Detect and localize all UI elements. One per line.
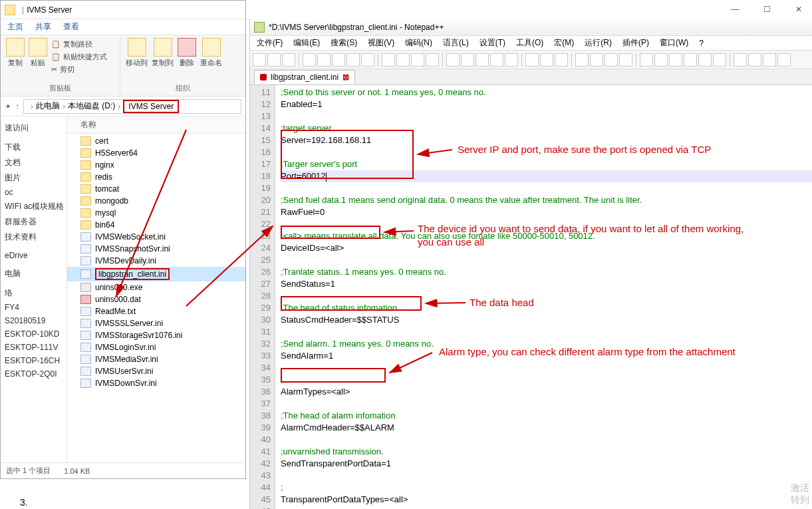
nav-item[interactable]: 文档 <box>3 155 64 170</box>
nav-item[interactable]: 群服务器 <box>3 214 64 230</box>
moveto-button[interactable]: 移动到 <box>126 38 148 68</box>
code-line[interactable]: SendTransparentPortData=1 <box>281 458 812 470</box>
file-item[interactable]: bin64 <box>67 219 245 231</box>
file-item[interactable]: mysql <box>67 207 245 219</box>
nav-item[interactable]: 络 <box>3 285 64 301</box>
toolbar-button[interactable] <box>555 53 568 67</box>
nav-item[interactable]: 技术资料 <box>3 230 64 245</box>
toolbar-button[interactable] <box>461 53 474 67</box>
outer-close-button[interactable]: ✕ <box>785 3 812 16</box>
toolbar-button[interactable] <box>698 53 712 67</box>
menu-item[interactable]: 窗口(W) <box>656 36 692 50</box>
toolbar-button[interactable] <box>619 53 632 67</box>
toolbar-button[interactable] <box>734 53 747 67</box>
code-line[interactable] <box>281 434 812 446</box>
rename-button[interactable]: 重命名 <box>200 38 222 68</box>
file-item[interactable]: IVMSWebSocket.ini <box>67 231 245 243</box>
nav-item[interactable]: ESKTOP-10KD <box>3 327 64 341</box>
nav-item[interactable]: 图片 <box>3 170 64 186</box>
menu-item[interactable]: 运行(R) <box>581 36 616 50</box>
toolbar-button[interactable] <box>748 53 761 67</box>
toolbar-button[interactable] <box>411 53 424 67</box>
toolbar-button[interactable] <box>590 53 603 67</box>
ribbon-tab-home[interactable]: 主页 <box>7 21 23 33</box>
file-item[interactable]: IVMSSSLServer.ini <box>67 317 245 329</box>
code-line[interactable]: ;unvarnished transmission. <box>281 446 812 458</box>
code-line[interactable] <box>281 218 812 230</box>
file-item[interactable]: IVMSUserSvr.ini <box>67 365 245 377</box>
nav-item[interactable]: FY4 <box>3 301 64 314</box>
copy-path-button[interactable]: 📋 复制路径 <box>51 39 107 49</box>
code-line[interactable] <box>281 146 812 158</box>
breadcrumb[interactable]: › 此电脑 › 本地磁盘 (D:) › IVMS Server <box>23 99 241 114</box>
toolbar-button[interactable] <box>426 53 439 67</box>
code-area[interactable]: ;Send to this server or not. 1 means yes… <box>275 85 812 509</box>
toolbar-button[interactable] <box>332 53 345 67</box>
menu-item[interactable]: ? <box>695 37 708 49</box>
file-item[interactable]: IVMSDevDaily.ini <box>67 255 245 267</box>
toolbar-button[interactable] <box>669 53 682 67</box>
code-line[interactable]: ;Targer server's port <box>281 158 812 170</box>
file-item[interactable]: IVMSLoginSvr.ini <box>67 341 245 353</box>
code-line[interactable]: SendAlarm=1 <box>281 350 812 362</box>
toolbar-button[interactable] <box>346 53 360 67</box>
npp-editor[interactable]: 1112131415161718192021222324252627282930… <box>250 85 812 509</box>
toolbar-button[interactable] <box>525 53 539 67</box>
code-line[interactable]: SendStatus=1 <box>281 278 812 290</box>
nav-item[interactable]: 电脑 <box>3 266 64 281</box>
code-line[interactable] <box>281 470 812 482</box>
nav-back-button[interactable]: ✦ <box>5 102 11 111</box>
code-line[interactable]: Server=192.168.168.11 <box>281 134 812 146</box>
toolbar-button[interactable] <box>317 53 331 67</box>
toolbar-button[interactable] <box>267 53 281 67</box>
delete-button[interactable]: 删除 <box>178 38 196 68</box>
menu-item[interactable]: 编辑(E) <box>289 36 324 50</box>
code-line[interactable]: ;<all> means translate all data. You can… <box>281 230 812 242</box>
paste-button[interactable]: 粘贴 <box>29 38 47 68</box>
code-line[interactable] <box>281 110 812 122</box>
code-line[interactable]: ;target server <box>281 122 812 134</box>
toolbar-button[interactable] <box>475 53 489 67</box>
file-item[interactable]: H5Server64 <box>67 147 245 159</box>
nav-item[interactable]: 下载 <box>3 140 64 155</box>
npp-tab-active[interactable]: libgpstran_client.ini ⊠ <box>254 70 355 84</box>
code-line[interactable]: ;The head of status infomation <box>281 302 812 314</box>
code-line[interactable]: ; <box>281 374 812 386</box>
code-line[interactable]: RawFuel=0 <box>281 206 812 218</box>
toolbar-button[interactable] <box>654 53 668 67</box>
nav-item[interactable]: 速访问 <box>3 120 64 136</box>
menu-item[interactable]: 搜索(S) <box>327 36 361 50</box>
file-item[interactable]: IVMSStorageSvr1076.ini <box>67 329 245 341</box>
nav-item[interactable]: WIFI ac模块规格 <box>3 199 64 214</box>
toolbar-button[interactable] <box>490 53 503 67</box>
code-line[interactable]: Port=60012 <box>281 170 812 182</box>
nav-item[interactable]: ESKTOP-16CH <box>3 354 64 367</box>
nav-item[interactable]: eDrive <box>3 249 64 262</box>
copyto-button[interactable]: 复制到 <box>152 38 174 68</box>
code-line[interactable] <box>281 326 812 338</box>
toolbar-button[interactable] <box>684 53 697 67</box>
outer-maximize-button[interactable]: ☐ <box>753 3 780 16</box>
toolbar-button[interactable] <box>282 53 295 67</box>
toolbar-button[interactable] <box>713 53 726 67</box>
toolbar-button[interactable] <box>605 53 618 67</box>
toolbar-button[interactable] <box>446 53 460 67</box>
toolbar-button[interactable] <box>382 53 395 67</box>
file-item[interactable]: unins000.exe <box>67 281 245 293</box>
file-item[interactable]: mongodb <box>67 195 245 207</box>
tab-close-icon[interactable]: ⊠ <box>342 73 349 82</box>
code-line[interactable] <box>281 362 812 374</box>
file-item[interactable]: redis <box>67 171 245 183</box>
code-line[interactable]: ;The head of alarm infomation <box>281 410 812 422</box>
toolbar-button[interactable] <box>396 53 410 67</box>
outer-minimize-button[interactable]: — <box>722 3 748 16</box>
cut-button[interactable]: ✂ 剪切 <box>51 65 107 75</box>
code-line[interactable] <box>281 182 812 194</box>
code-line[interactable]: TransparentPortDataTypes=<all> <box>281 494 812 506</box>
menu-item[interactable]: 插件(P) <box>618 36 653 50</box>
file-item[interactable]: libgpstran_client.ini <box>67 267 245 281</box>
code-line[interactable]: StatusCmdHeader=$$STATUS <box>281 314 812 326</box>
file-item[interactable]: IVMSMediaSvr.ini <box>67 353 245 365</box>
ribbon-tab-view[interactable]: 查看 <box>63 21 79 33</box>
code-line[interactable] <box>281 290 812 302</box>
